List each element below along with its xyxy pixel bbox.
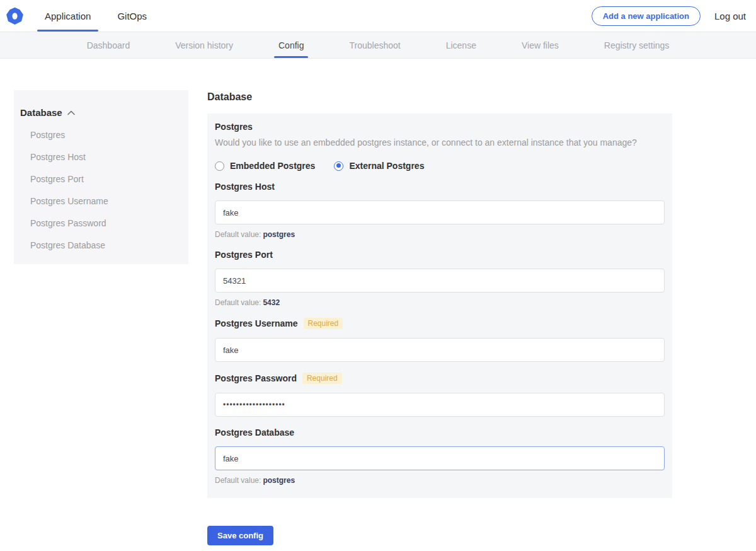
postgres-database-default-helper: Default value:postgres xyxy=(215,476,665,485)
postgres-help-text: Would you like to use an embedded postgr… xyxy=(215,137,665,148)
logout-link[interactable]: Log out xyxy=(714,11,746,21)
subnav-troubleshoot[interactable]: Troubleshoot xyxy=(345,32,404,58)
sidebar-item-postgres-database[interactable]: Postgres Database xyxy=(20,240,178,250)
config-item-postgres-port: Postgres Port Default value:5432 xyxy=(215,250,665,307)
radio-circle-icon xyxy=(215,161,224,171)
section-title: Database xyxy=(207,91,672,103)
sidebar-item-postgres-port[interactable]: Postgres Port xyxy=(20,174,178,184)
top-header: Application GitOps Add a new application… xyxy=(0,0,756,32)
required-badge: Required xyxy=(302,373,342,384)
radio-embedded-label: Embedded Postgres xyxy=(230,161,315,171)
subnav-config[interactable]: Config xyxy=(274,32,308,58)
postgres-username-input[interactable] xyxy=(215,338,665,362)
radio-external-label: External Postgres xyxy=(349,161,424,171)
config-item-postgres: Postgres Would you like to use an embedd… xyxy=(215,122,665,171)
tab-gitops[interactable]: GitOps xyxy=(108,0,156,32)
postgres-port-input[interactable] xyxy=(215,269,665,293)
config-sidebar: Database Postgres Postgres Host Postgres… xyxy=(14,90,188,264)
subnav-license[interactable]: License xyxy=(442,32,481,58)
database-config-panel: Postgres Would you like to use an embedd… xyxy=(207,113,672,498)
tab-application[interactable]: Application xyxy=(36,0,100,32)
add-application-button[interactable]: Add a new application xyxy=(592,6,701,26)
postgres-host-input[interactable] xyxy=(215,200,665,224)
sidebar-item-list: Postgres Postgres Host Postgres Port Pos… xyxy=(20,130,178,250)
sidebar-group-database[interactable]: Database xyxy=(20,107,178,118)
header-tabs: Application GitOps xyxy=(36,0,164,32)
subnav-view-files[interactable]: View files xyxy=(517,32,563,58)
subnav-dashboard[interactable]: Dashboard xyxy=(83,32,135,58)
config-item-postgres-username: Postgres Username Required xyxy=(215,318,665,362)
app-subnav: Dashboard Version history Config Trouble… xyxy=(0,32,756,59)
radio-circle-icon xyxy=(334,161,343,171)
postgres-password-label: Postgres Password xyxy=(215,373,297,383)
sidebar-item-postgres-username[interactable]: Postgres Username xyxy=(20,196,178,206)
content-layout: Database Postgres Postgres Host Postgres… xyxy=(0,59,756,545)
subnav-registry-settings[interactable]: Registry settings xyxy=(600,32,673,58)
header-right: Add a new application Log out xyxy=(592,0,756,32)
config-main: Database Postgres Would you like to use … xyxy=(207,90,672,545)
sidebar-item-postgres-password[interactable]: Postgres Password xyxy=(20,218,178,228)
sidebar-item-postgres-host[interactable]: Postgres Host xyxy=(20,152,178,162)
postgres-port-default-helper: Default value:5432 xyxy=(215,298,665,307)
radio-embedded-postgres[interactable]: Embedded Postgres xyxy=(215,161,315,171)
postgres-database-label: Postgres Database xyxy=(215,427,294,438)
config-item-postgres-host: Postgres Host Default value:postgres xyxy=(215,182,665,239)
postgres-host-label: Postgres Host xyxy=(215,182,275,192)
default-value: postgres xyxy=(263,230,295,239)
app-logo[interactable] xyxy=(6,0,23,32)
postgres-host-default-helper: Default value:postgres xyxy=(215,230,665,239)
default-value: 5432 xyxy=(263,298,280,307)
postgres-port-label: Postgres Port xyxy=(215,250,273,260)
chevron-up-icon xyxy=(67,110,75,115)
postgres-username-label: Postgres Username xyxy=(215,318,298,328)
required-badge: Required xyxy=(304,318,343,329)
subnav-version-history[interactable]: Version history xyxy=(171,32,238,58)
postgres-mode-radio-group: Embedded Postgres External Postgres xyxy=(215,161,665,171)
default-value: postgres xyxy=(263,476,295,485)
radio-external-postgres[interactable]: External Postgres xyxy=(334,161,424,171)
kots-logo-icon xyxy=(6,8,23,25)
sidebar-group-label: Database xyxy=(20,107,62,118)
postgres-label: Postgres xyxy=(215,122,253,132)
save-config-button[interactable]: Save config xyxy=(207,526,273,545)
sidebar-item-postgres[interactable]: Postgres xyxy=(20,130,178,140)
postgres-password-input[interactable] xyxy=(215,393,665,417)
config-item-postgres-password: Postgres Password Required xyxy=(215,373,665,417)
config-item-postgres-database: Postgres Database Default value:postgres xyxy=(215,427,665,485)
postgres-database-input[interactable] xyxy=(215,446,665,470)
